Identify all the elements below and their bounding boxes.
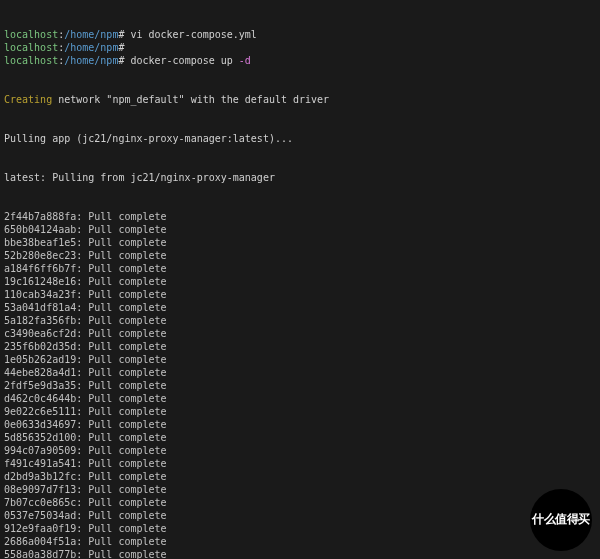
layer-hash: 44ebe828a4d1 — [4, 367, 76, 378]
prompt-line: localhost:/home/npm# — [4, 41, 596, 54]
layer-line: 08e9097d7f13: Pull complete — [4, 483, 596, 496]
layer-line: 5d856352d100: Pull complete — [4, 431, 596, 444]
layer-status: Pull complete — [88, 237, 166, 248]
layer-line: 19c161248e16: Pull complete — [4, 275, 596, 288]
layer-hash: 650b04124aab — [4, 224, 76, 235]
command-text: vi docker-compose.yml — [130, 29, 256, 40]
layer-hash: 5d856352d100 — [4, 432, 76, 443]
layer-hash: 08e9097d7f13 — [4, 484, 76, 495]
layer-hash: 7b07cc0e865c — [4, 497, 76, 508]
layer-status: Pull complete — [88, 380, 166, 391]
layer-hash: d2bd9a3b12fc — [4, 471, 76, 482]
layer-hash: 2f44b7a888fa — [4, 211, 76, 222]
layer-status: Pull complete — [88, 536, 166, 547]
layer-hash: 0e0633d34697 — [4, 419, 76, 430]
layer-status: Pull complete — [88, 289, 166, 300]
layer-status: Pull complete — [88, 341, 166, 352]
layer-line: 7b07cc0e865c: Pull complete — [4, 496, 596, 509]
layer-status: Pull complete — [88, 432, 166, 443]
layer-hash: 912e9faa0f19 — [4, 523, 76, 534]
layer-status: Pull complete — [88, 354, 166, 365]
prompt-path: /home/npm — [64, 55, 118, 66]
layer-line: 994c07a90509: Pull complete — [4, 444, 596, 457]
layer-status: Pull complete — [88, 471, 166, 482]
prompt-line: localhost:/home/npm# vi docker-compose.y… — [4, 28, 596, 41]
layer-line: 110cab34a23f: Pull complete — [4, 288, 596, 301]
layer-hash: 52b280e8ec23 — [4, 250, 76, 261]
latest-pulling-app: latest: Pulling from jc21/nginx-proxy-ma… — [4, 171, 596, 184]
layer-hash: 235f6b02d35d — [4, 341, 76, 352]
layer-line: 2fdf5e9d3a35: Pull complete — [4, 379, 596, 392]
layer-status: Pull complete — [88, 497, 166, 508]
layer-hash: 110cab34a23f — [4, 289, 76, 300]
layer-status: Pull complete — [88, 367, 166, 378]
layer-line: f491c491a541: Pull complete — [4, 457, 596, 470]
watermark-badge: 什么值得买 — [530, 489, 592, 551]
layer-line: 5a182fa356fb: Pull complete — [4, 314, 596, 327]
layer-line: 0e0633d34697: Pull complete — [4, 418, 596, 431]
pulling-app-line: Pulling app (jc21/nginx-proxy-manager:la… — [4, 132, 596, 145]
layer-status: Pull complete — [88, 224, 166, 235]
layer-line: 44ebe828a4d1: Pull complete — [4, 366, 596, 379]
layer-hash: 5a182fa356fb — [4, 315, 76, 326]
layer-line: 912e9faa0f19: Pull complete — [4, 522, 596, 535]
layer-hash: bbe38beaf1e5 — [4, 237, 76, 248]
layer-hash: 2fdf5e9d3a35 — [4, 380, 76, 391]
layer-status: Pull complete — [88, 315, 166, 326]
layer-hash: 2686a004f51a — [4, 536, 76, 547]
layer-hash: d462c0c4644b — [4, 393, 76, 404]
layer-status: Pull complete — [88, 250, 166, 261]
layer-status: Pull complete — [88, 523, 166, 534]
layer-status: Pull complete — [88, 393, 166, 404]
terminal-output[interactable]: localhost:/home/npm# vi docker-compose.y… — [0, 0, 600, 559]
layer-hash: c3490ea6cf2d — [4, 328, 76, 339]
prompt-line: localhost:/home/npm# docker-compose up -… — [4, 54, 596, 67]
layer-status: Pull complete — [88, 302, 166, 313]
prompt-host: localhost — [4, 55, 58, 66]
layer-line: d2bd9a3b12fc: Pull complete — [4, 470, 596, 483]
layer-status: Pull complete — [88, 419, 166, 430]
layer-line: d462c0c4644b: Pull complete — [4, 392, 596, 405]
layer-status: Pull complete — [88, 263, 166, 274]
layer-line: 2686a004f51a: Pull complete — [4, 535, 596, 548]
layer-status: Pull complete — [88, 211, 166, 222]
layer-status: Pull complete — [88, 458, 166, 469]
layer-line: 0537e75034ad: Pull complete — [4, 509, 596, 522]
creating-line: Creating network "npm_default" with the … — [4, 93, 596, 106]
command-flag: -d — [239, 55, 251, 66]
layer-line: bbe38beaf1e5: Pull complete — [4, 236, 596, 249]
layer-line: 53a041df81a4: Pull complete — [4, 301, 596, 314]
layer-hash: 9e022c6e5111 — [4, 406, 76, 417]
layer-status: Pull complete — [88, 406, 166, 417]
prompt-host: localhost — [4, 42, 58, 53]
layer-status: Pull complete — [88, 276, 166, 287]
layer-line: 650b04124aab: Pull complete — [4, 223, 596, 236]
layer-line: 558a0a38d77b: Pull complete — [4, 548, 596, 559]
prompt-path: /home/npm — [64, 42, 118, 53]
layer-status: Pull complete — [88, 484, 166, 495]
layer-line: 235f6b02d35d: Pull complete — [4, 340, 596, 353]
layer-line: a184f6ff6b7f: Pull complete — [4, 262, 596, 275]
prompt-host: localhost — [4, 29, 58, 40]
layer-line: 2f44b7a888fa: Pull complete — [4, 210, 596, 223]
layer-hash: 558a0a38d77b — [4, 549, 76, 559]
prompt-path: /home/npm — [64, 29, 118, 40]
layer-line: c3490ea6cf2d: Pull complete — [4, 327, 596, 340]
layer-hash: 0537e75034ad — [4, 510, 76, 521]
layer-status: Pull complete — [88, 445, 166, 456]
command-text: docker-compose up — [130, 55, 238, 66]
layer-hash: 994c07a90509 — [4, 445, 76, 456]
layer-hash: 1e05b262ad19 — [4, 354, 76, 365]
layer-status: Pull complete — [88, 328, 166, 339]
layer-hash: 19c161248e16 — [4, 276, 76, 287]
layer-line: 9e022c6e5111: Pull complete — [4, 405, 596, 418]
layer-hash: a184f6ff6b7f — [4, 263, 76, 274]
layer-status: Pull complete — [88, 549, 166, 559]
layer-status: Pull complete — [88, 510, 166, 521]
layer-hash: f491c491a541 — [4, 458, 76, 469]
layer-hash: 53a041df81a4 — [4, 302, 76, 313]
layer-line: 1e05b262ad19: Pull complete — [4, 353, 596, 366]
layer-line: 52b280e8ec23: Pull complete — [4, 249, 596, 262]
